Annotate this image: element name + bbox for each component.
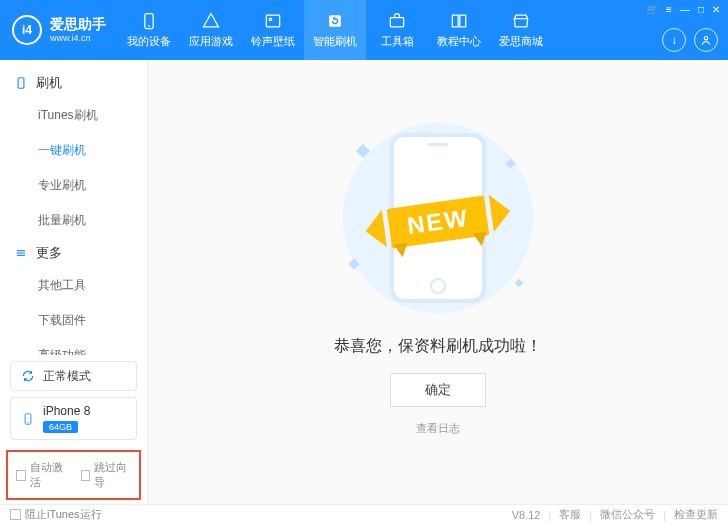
sidebar-group-label: 更多 bbox=[36, 244, 62, 262]
checkbox-icon bbox=[10, 509, 21, 520]
top-nav: 我的设备 应用游戏 铃声壁纸 智能刷机 工具箱 教程中心 爱思商城 bbox=[118, 0, 552, 60]
svg-rect-2 bbox=[266, 15, 279, 27]
nav-label: 铃声壁纸 bbox=[251, 34, 295, 49]
logo-icon: i4 bbox=[12, 15, 42, 45]
cart-icon[interactable]: 🛒 bbox=[646, 4, 658, 15]
success-illustration: NEW bbox=[328, 118, 548, 318]
list-icon bbox=[14, 246, 28, 260]
sidebar-item-batch[interactable]: 批量刷机 bbox=[0, 203, 147, 238]
refresh-icon bbox=[21, 369, 35, 383]
nav-label: 我的设备 bbox=[127, 34, 171, 49]
download-button[interactable]: ↓ bbox=[662, 28, 686, 52]
storage-badge: 64GB bbox=[43, 421, 78, 433]
wechat-link[interactable]: 微信公众号 bbox=[600, 507, 655, 522]
nav-store[interactable]: 爱思商城 bbox=[490, 0, 552, 60]
phone-icon bbox=[14, 76, 28, 90]
book-icon bbox=[449, 11, 469, 31]
status-bar: 阻止iTunes运行 V8.12 | 客服 | 微信公众号 | 检查更新 bbox=[0, 504, 728, 524]
refresh-icon bbox=[325, 11, 345, 31]
mode-selector[interactable]: 正常模式 bbox=[10, 361, 137, 391]
checkbox-label: 跳过向导 bbox=[94, 460, 131, 490]
auto-activate-checkbox[interactable]: 自动激活 bbox=[16, 460, 67, 490]
view-log-link[interactable]: 查看日志 bbox=[416, 421, 460, 436]
maximize-icon[interactable]: □ bbox=[698, 4, 704, 15]
image-icon bbox=[263, 11, 283, 31]
device-name: iPhone 8 bbox=[43, 404, 90, 418]
sidebar-item-other[interactable]: 其他工具 bbox=[0, 268, 147, 303]
toolbox-icon bbox=[387, 11, 407, 31]
checkbox-icon bbox=[16, 470, 26, 481]
nav-apps[interactable]: 应用游戏 bbox=[180, 0, 242, 60]
device-selector[interactable]: iPhone 8 64GB bbox=[10, 397, 137, 440]
svg-point-3 bbox=[269, 18, 272, 20]
sidebar-group-flash[interactable]: 刷机 bbox=[0, 68, 147, 98]
nav-label: 智能刷机 bbox=[313, 34, 357, 49]
phone-icon bbox=[21, 410, 35, 428]
svg-rect-7 bbox=[18, 78, 24, 89]
sidebar-item-oneclick[interactable]: 一键刷机 bbox=[0, 133, 147, 168]
phone-icon bbox=[139, 11, 159, 31]
options-highlight: 自动激活 跳过向导 bbox=[6, 450, 141, 500]
sidebar-group-label: 刷机 bbox=[36, 74, 62, 92]
brand-name: 爱思助手 bbox=[50, 17, 106, 32]
sidebar-item-download[interactable]: 下载固件 bbox=[0, 303, 147, 338]
nav-label: 工具箱 bbox=[381, 34, 414, 49]
success-message: 恭喜您，保资料刷机成功啦！ bbox=[334, 336, 542, 357]
nav-ringtones[interactable]: 铃声壁纸 bbox=[242, 0, 304, 60]
close-icon[interactable]: ✕ bbox=[712, 4, 720, 15]
block-itunes-checkbox[interactable]: 阻止iTunes运行 bbox=[10, 507, 102, 522]
window-controls: 🛒 ≡ — □ ✕ bbox=[646, 4, 720, 15]
sidebar: 刷机 iTunes刷机 一键刷机 专业刷机 批量刷机 更多 其他工具 下载固件 … bbox=[0, 60, 148, 504]
apps-icon bbox=[201, 11, 221, 31]
menu-icon[interactable]: ≡ bbox=[666, 4, 672, 15]
store-icon bbox=[511, 11, 531, 31]
sidebar-item-itunes[interactable]: iTunes刷机 bbox=[0, 98, 147, 133]
sidebar-item-advanced[interactable]: 高级功能 bbox=[0, 338, 147, 355]
checkbox-icon bbox=[81, 470, 91, 481]
nav-flash[interactable]: 智能刷机 bbox=[304, 0, 366, 60]
support-link[interactable]: 客服 bbox=[559, 507, 581, 522]
confirm-button[interactable]: 确定 bbox=[390, 373, 486, 407]
app-header: i4 爱思助手 www.i4.cn 我的设备 应用游戏 铃声壁纸 智能刷机 工具… bbox=[0, 0, 728, 60]
svg-rect-5 bbox=[390, 18, 403, 27]
nav-toolbox[interactable]: 工具箱 bbox=[366, 0, 428, 60]
user-button[interactable] bbox=[694, 28, 718, 52]
nav-tutorial[interactable]: 教程中心 bbox=[428, 0, 490, 60]
brand-logo: i4 爱思助手 www.i4.cn bbox=[12, 15, 106, 45]
sidebar-group-more[interactable]: 更多 bbox=[0, 238, 147, 268]
brand-url: www.i4.cn bbox=[50, 33, 106, 43]
mode-label: 正常模式 bbox=[43, 368, 91, 385]
nav-label: 教程中心 bbox=[437, 34, 481, 49]
nav-label: 爱思商城 bbox=[499, 34, 543, 49]
sidebar-item-pro[interactable]: 专业刷机 bbox=[0, 168, 147, 203]
nav-label: 应用游戏 bbox=[189, 34, 233, 49]
checkbox-label: 自动激活 bbox=[30, 460, 67, 490]
checkbox-label: 阻止iTunes运行 bbox=[25, 507, 102, 522]
minimize-icon[interactable]: — bbox=[680, 4, 690, 15]
main-panel: NEW 恭喜您，保资料刷机成功啦！ 确定 查看日志 bbox=[148, 60, 728, 504]
version-label: V8.12 bbox=[512, 509, 541, 521]
nav-my-device[interactable]: 我的设备 bbox=[118, 0, 180, 60]
svg-point-6 bbox=[704, 37, 708, 41]
update-link[interactable]: 检查更新 bbox=[674, 507, 718, 522]
skip-wizard-checkbox[interactable]: 跳过向导 bbox=[81, 460, 132, 490]
